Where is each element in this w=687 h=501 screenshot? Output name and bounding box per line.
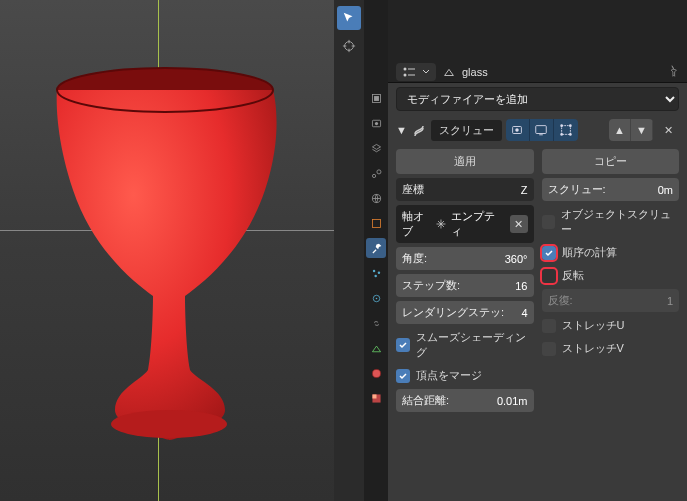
options-icon xyxy=(402,66,418,78)
render-steps-field[interactable]: レンダリングステッ:4 xyxy=(396,301,534,324)
chevron-down-icon xyxy=(422,68,430,76)
svg-rect-26 xyxy=(562,126,571,135)
svg-point-21 xyxy=(404,74,407,77)
apply-button[interactable]: 適用 xyxy=(396,149,534,174)
svg-point-16 xyxy=(375,297,377,299)
stretch-u-checkbox[interactable]: ストレッチU xyxy=(542,316,680,335)
svg-rect-11 xyxy=(372,219,380,227)
svg-point-7 xyxy=(374,121,377,124)
tab-modifiers[interactable] xyxy=(366,238,386,258)
svg-point-14 xyxy=(374,274,376,276)
tool-cursor[interactable] xyxy=(337,34,361,58)
modifier-move-buttons: ▲ ▼ xyxy=(609,119,653,141)
move-down-button[interactable]: ▼ xyxy=(631,119,653,141)
tab-view-layer[interactable] xyxy=(366,138,386,158)
show-render-button[interactable] xyxy=(506,119,530,141)
tab-data[interactable] xyxy=(366,338,386,358)
angle-field[interactable]: 角度:360° xyxy=(396,247,534,270)
svg-rect-19 xyxy=(372,394,376,398)
tab-scene[interactable] xyxy=(366,163,386,183)
svg-point-8 xyxy=(372,174,375,177)
steps-field[interactable]: ステップ数:16 xyxy=(396,274,534,297)
svg-point-12 xyxy=(372,269,374,271)
svg-point-20 xyxy=(404,68,407,71)
tab-world[interactable] xyxy=(366,188,386,208)
svg-rect-25 xyxy=(540,134,544,135)
svg-point-13 xyxy=(377,271,379,273)
tab-constraints[interactable] xyxy=(366,313,386,333)
svg-point-17 xyxy=(372,369,380,377)
svg-point-9 xyxy=(376,169,380,173)
modifier-header: ▼ スクリュー ▲ ▼ ✕ xyxy=(388,115,687,145)
clear-axis-object-button[interactable]: ✕ xyxy=(510,215,528,233)
mesh-data-icon xyxy=(442,65,456,79)
tab-render[interactable] xyxy=(366,88,386,108)
tool-select-box[interactable] xyxy=(337,6,361,30)
svg-point-27 xyxy=(560,124,563,127)
flip-checkbox[interactable]: 反転 xyxy=(542,266,680,285)
add-modifier-dropdown[interactable]: モディファイアーを追加 xyxy=(396,87,679,111)
tab-object[interactable] xyxy=(366,213,386,233)
screw-modifier-icon xyxy=(411,122,427,138)
collapse-toggle[interactable]: ▼ xyxy=(396,124,407,136)
modifier-left-column: 適用 座標Z 軸オブ エンプティ ✕ 角度:360° ステップ数:16 レンダリ… xyxy=(396,149,534,412)
iterations-field[interactable]: 反復:1 xyxy=(542,289,680,312)
modifier-visibility-buttons xyxy=(506,119,578,141)
mesh-object-glass[interactable] xyxy=(25,60,305,480)
modifier-name-field[interactable]: スクリュー xyxy=(431,120,502,141)
stretch-v-checkbox[interactable]: ストレッチV xyxy=(542,339,680,358)
tab-particles[interactable] xyxy=(366,263,386,283)
toolbar-rail xyxy=(334,0,364,501)
tab-output[interactable] xyxy=(366,113,386,133)
move-up-button[interactable]: ▲ xyxy=(609,119,631,141)
svg-point-29 xyxy=(560,133,563,136)
object-screw-checkbox[interactable]: オブジェクトスクリュー xyxy=(542,205,680,239)
tab-texture[interactable] xyxy=(366,388,386,408)
svg-point-30 xyxy=(569,133,572,136)
object-name: glass xyxy=(462,66,488,78)
properties-header: glass xyxy=(388,0,687,83)
calc-order-checkbox[interactable]: 順序の計算 xyxy=(542,243,680,262)
add-modifier-row: モディファイアーを追加 xyxy=(388,83,687,115)
viewport-3d[interactable] xyxy=(0,0,334,501)
pin-icon[interactable] xyxy=(665,64,679,80)
svg-point-2 xyxy=(111,410,227,438)
empty-icon xyxy=(435,218,447,230)
svg-point-28 xyxy=(569,124,572,127)
svg-point-23 xyxy=(516,128,520,132)
tab-material[interactable] xyxy=(366,363,386,383)
smooth-shading-checkbox[interactable]: スムーズシェーディング xyxy=(396,328,534,362)
axis-object-field[interactable]: 軸オブ エンプティ ✕ xyxy=(396,205,534,243)
remove-modifier-button[interactable]: ✕ xyxy=(657,119,679,141)
show-editmode-button[interactable] xyxy=(554,119,578,141)
merge-distance-field[interactable]: 結合距離:0.01m xyxy=(396,389,534,412)
properties-tab-bar xyxy=(364,0,388,501)
merge-vertices-checkbox[interactable]: 頂点をマージ xyxy=(396,366,534,385)
axis-field[interactable]: 座標Z xyxy=(396,178,534,201)
modifier-right-column: コピー スクリュー:0m オブジェクトスクリュー 順序の計算 反転 反復:1 ス… xyxy=(542,149,680,412)
svg-rect-24 xyxy=(536,126,547,134)
tab-physics[interactable] xyxy=(366,288,386,308)
screw-offset-field[interactable]: スクリュー:0m xyxy=(542,178,680,201)
properties-panel: glass モディファイアーを追加 ▼ スクリュー ▲ ▼ ✕ 適用 座標Z xyxy=(388,0,687,501)
copy-button[interactable]: コピー xyxy=(542,149,680,174)
show-viewport-button[interactable] xyxy=(530,119,554,141)
properties-context-button[interactable] xyxy=(396,63,436,81)
svg-rect-5 xyxy=(374,96,379,101)
